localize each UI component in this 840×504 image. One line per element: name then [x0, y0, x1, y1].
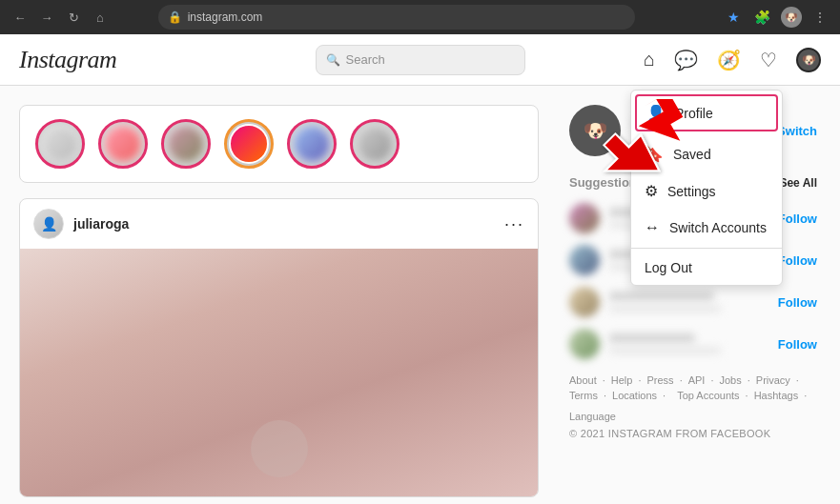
suggestion-item: Follow [565, 329, 821, 359]
search-bar[interactable]: 🔍 Search [316, 45, 525, 75]
footer-link-top-accounts[interactable]: Top Accounts [677, 390, 739, 407]
profile-avatar-image: 🐶 [802, 53, 816, 67]
story-avatar-1 [35, 119, 85, 169]
forward-button[interactable]: → [36, 7, 57, 28]
footer-links: About· Help· Press· API· Jobs· Privacy· … [569, 374, 817, 422]
logout-label: Log Out [645, 260, 692, 275]
browser-right-icons: ★ 🧩 🐶 ⋮ [724, 7, 830, 28]
chrome-menu-button[interactable]: ⋮ [809, 7, 830, 28]
footer-link-locations[interactable]: Locations [612, 390, 657, 407]
switch-accounts-icon: ↔ [645, 219, 660, 236]
instagram-logo: Instagram [19, 46, 116, 74]
home-button[interactable]: ⌂ [90, 7, 111, 28]
bookmark-star-button[interactable]: ★ [724, 7, 745, 28]
story-avatar-image-1 [40, 124, 80, 164]
suggestion-info-4 [609, 333, 768, 354]
follow-button-4[interactable]: Follow [778, 337, 817, 352]
dropdown-divider [631, 248, 782, 249]
follow-button-2[interactable]: Follow [778, 253, 817, 268]
footer-link-terms[interactable]: Terms [569, 390, 598, 407]
switch-accounts-menu-item[interactable]: ↔ Switch Accounts [631, 210, 782, 246]
footer-link-privacy[interactable]: Privacy [756, 374, 790, 386]
footer-copyright: © 2021 INSTAGRAM FROM FACEBOOK [569, 428, 817, 439]
messenger-nav-button[interactable]: 💬 [674, 49, 698, 71]
sidebar-footer: About· Help· Press· API· Jobs· Privacy· … [565, 374, 821, 439]
saved-menu-icon: 🔖 [645, 145, 664, 163]
suggestion-name-4 [609, 333, 695, 343]
suggestion-name-3 [609, 292, 714, 301]
footer-link-about[interactable]: About [569, 374, 597, 386]
sidebar-switch-button[interactable]: Switch [777, 124, 817, 138]
suggestion-sub-3 [609, 305, 721, 312]
profile-nav-avatar[interactable]: 🐶 [796, 48, 821, 72]
story-avatar-image-2 [103, 124, 143, 164]
reload-button[interactable]: ↻ [63, 7, 84, 28]
instagram-app: Instagram 🔍 Search ⌂ 💬 🧭 ♡ 🐶 👤 Profile 🔖… [0, 34, 840, 504]
story-item[interactable] [350, 119, 400, 169]
profile-menu-item[interactable]: 👤 Profile [635, 94, 778, 131]
back-button[interactable]: ← [10, 7, 31, 28]
story-avatar-6 [350, 119, 400, 169]
sidebar-avatar: 🐶 [569, 105, 621, 156]
story-avatar-3 [161, 119, 211, 169]
dropdown-menu: 👤 Profile 🔖 Saved ⚙ Settings ↔ Switch Ac… [630, 90, 783, 286]
extensions-button[interactable]: 🧩 [752, 7, 773, 28]
footer-link-api[interactable]: API [688, 374, 706, 386]
chrome-avatar-image: 🐶 [785, 11, 798, 24]
post-card: 👤 juliaroga ··· [19, 198, 539, 497]
search-icon: 🔍 [326, 53, 340, 67]
home-nav-button[interactable]: ⌂ [644, 49, 655, 71]
post-header: 👤 juliaroga ··· [20, 199, 538, 249]
follow-button-1[interactable]: Follow [778, 212, 817, 226]
suggestion-avatar-1 [569, 203, 600, 233]
footer-link-jobs[interactable]: Jobs [719, 374, 741, 386]
address-bar[interactable]: 🔒 instagram.com [158, 5, 635, 30]
saved-menu-item[interactable]: 🔖 Saved [631, 135, 782, 172]
search-placeholder: Search [346, 52, 385, 67]
post-image [20, 249, 538, 496]
chrome-profile-icon[interactable]: 🐶 [781, 7, 802, 28]
sidebar-avatar-image: 🐶 [584, 119, 607, 142]
footer-link-language[interactable]: Language [569, 411, 616, 422]
footer-link-hashtags[interactable]: Hashtags [754, 390, 798, 407]
see-all-button[interactable]: See All [779, 176, 817, 190]
post-username[interactable]: juliaroga [73, 216, 129, 232]
compass-nav-button[interactable]: 🧭 [717, 49, 741, 71]
story-item[interactable] [161, 119, 211, 169]
heart-nav-button[interactable]: ♡ [760, 49, 777, 71]
stories-row [19, 105, 539, 183]
settings-menu-icon: ⚙ [645, 182, 658, 200]
footer-link-press[interactable]: Press [647, 374, 674, 386]
saved-menu-label: Saved [673, 147, 711, 162]
nav-icons: ⌂ 💬 🧭 ♡ 🐶 [644, 48, 821, 72]
story-avatar-5 [287, 119, 337, 169]
story-avatar-4 [224, 119, 274, 169]
story-avatar-image-4 [229, 124, 269, 164]
browser-chrome: ← → ↻ ⌂ 🔒 instagram.com ★ 🧩 🐶 ⋮ [0, 0, 840, 34]
footer-link-help[interactable]: Help [611, 374, 633, 386]
logout-menu-item[interactable]: Log Out [631, 251, 782, 285]
story-item[interactable] [98, 119, 148, 169]
address-text: instagram.com [188, 10, 263, 24]
profile-menu-label: Profile [675, 106, 713, 121]
story-item[interactable] [35, 119, 85, 169]
post-user-avatar: 👤 [33, 209, 64, 239]
profile-menu-icon: 👤 [646, 104, 666, 122]
suggestion-item: Follow [565, 287, 821, 317]
suggestion-avatar-4 [569, 329, 600, 359]
suggestion-avatar-2 [569, 245, 600, 275]
story-avatar-image-6 [355, 124, 395, 164]
post-more-button[interactable]: ··· [504, 215, 524, 232]
story-item[interactable] [224, 119, 274, 169]
suggestion-sub-4 [609, 347, 721, 354]
story-item[interactable] [287, 119, 337, 169]
suggestion-avatar-3 [569, 287, 600, 317]
follow-button-3[interactable]: Follow [778, 295, 817, 310]
story-avatar-image-3 [166, 124, 206, 164]
story-avatar-image-5 [292, 124, 332, 164]
top-nav: Instagram 🔍 Search ⌂ 💬 🧭 ♡ 🐶 [0, 34, 840, 86]
feed-column: 👤 juliaroga ··· [19, 105, 539, 497]
story-avatar-2 [98, 119, 148, 169]
settings-menu-item[interactable]: ⚙ Settings [631, 172, 782, 210]
suggestion-info-3 [609, 292, 768, 312]
